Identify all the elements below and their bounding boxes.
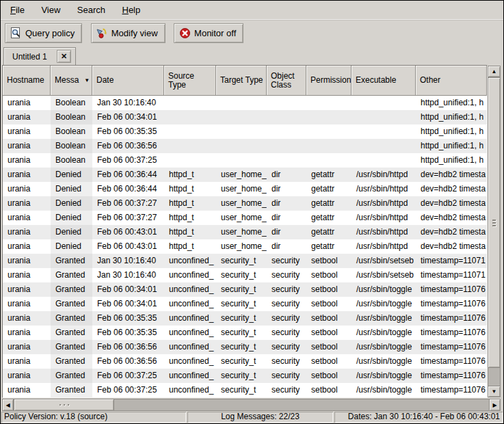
horizontal-scrollbar[interactable]: ◀ ▶ xyxy=(2,399,501,411)
table-cell: security_t xyxy=(216,297,267,311)
table-cell: Feb 06 00:37:25 xyxy=(92,153,164,168)
table-cell: Denied xyxy=(51,225,92,239)
thumb-grip-icon xyxy=(58,404,70,406)
table-cell: urania xyxy=(3,182,51,196)
table-cell: Denied xyxy=(51,211,92,225)
table-row[interactable]: uraniaDeniedFeb 06 00:43:01httpd_tuser_h… xyxy=(3,239,487,254)
policy-version-section: Policy Version: v.18 (source) xyxy=(1,412,186,423)
table-cell: Granted xyxy=(51,340,92,354)
table-cell xyxy=(164,110,216,124)
table-cell: httpd_t xyxy=(164,239,216,254)
scroll-up-button[interactable]: ▲ xyxy=(488,66,501,77)
table-cell: security_t xyxy=(216,354,267,369)
table-row[interactable]: uraniaDeniedFeb 06 00:36:44httpd_tuser_h… xyxy=(3,182,487,196)
tab-close-button[interactable]: ✕ xyxy=(57,50,71,63)
table-cell: Feb 06 00:34:01 xyxy=(92,110,164,124)
table-cell: httpd_t xyxy=(164,182,216,196)
monitor-off-button[interactable]: Monitor off xyxy=(174,23,243,43)
table-cell: /usr/sbin/httpd xyxy=(352,239,416,254)
table-cell: urania xyxy=(3,124,51,139)
table-row[interactable]: uraniaDeniedFeb 06 00:43:01httpd_tuser_h… xyxy=(3,225,487,239)
column-header-permission[interactable]: Permission xyxy=(306,66,352,96)
table-row[interactable]: uraniaBooleanFeb 06 00:37:25httpd_unifie… xyxy=(3,153,487,168)
table-cell: urania xyxy=(3,211,51,225)
table-row[interactable]: uraniaBooleanFeb 06 00:36:56httpd_unifie… xyxy=(3,139,487,153)
table-row[interactable]: uraniaGrantedFeb 06 00:36:56unconfined_s… xyxy=(3,354,487,369)
table-cell: httpd_t xyxy=(164,196,216,211)
table-cell: httpd_unified:1, h xyxy=(416,110,487,124)
column-header-hostname[interactable]: Hostname xyxy=(3,66,51,96)
table-cell: setbool xyxy=(306,297,352,311)
vertical-scrollbar[interactable]: ▲ ▼ xyxy=(488,66,501,397)
scroll-up-icon: ▲ xyxy=(492,68,497,75)
table-cell: Feb 06 00:43:01 xyxy=(92,239,164,254)
table-cell: timestamp=11076 xyxy=(416,282,487,297)
table-cell: Granted xyxy=(51,354,92,369)
column-header-target-type[interactable]: Target Type xyxy=(216,66,267,96)
table-cell: Feb 06 00:34:01 xyxy=(92,297,164,311)
table-row[interactable]: uraniaGrantedFeb 06 00:37:25unconfined_s… xyxy=(3,383,487,397)
table-row[interactable]: uraniaGrantedFeb 06 00:35:35unconfined_s… xyxy=(3,326,487,340)
query-policy-icon xyxy=(10,27,22,39)
table-cell: /usr/sbin/toggle xyxy=(352,297,416,311)
table-cell: setbool xyxy=(306,326,352,340)
query-policy-label: Query policy xyxy=(25,28,75,38)
table-cell: Granted xyxy=(51,268,92,282)
column-header-executable[interactable]: Executable xyxy=(352,66,416,96)
table-row[interactable]: uraniaDeniedFeb 06 00:37:27httpd_tuser_h… xyxy=(3,196,487,211)
scroll-right-button[interactable]: ▶ xyxy=(489,399,501,411)
table-cell: setbool xyxy=(306,311,352,326)
table-cell: getattr xyxy=(306,196,352,211)
sort-descending-icon: ▼ xyxy=(84,76,90,85)
column-header-date[interactable]: Date xyxy=(92,66,164,96)
table-cell xyxy=(216,96,267,110)
menu-help[interactable]: Help xyxy=(115,3,147,17)
table-cell: user_home_ xyxy=(216,182,267,196)
column-header-other[interactable]: Other xyxy=(416,66,487,96)
dates-text: Dates: Jan 30 10:16:40 - Feb 06 00:43:01 xyxy=(348,412,500,421)
menu-view[interactable]: View xyxy=(34,3,67,17)
table-cell: getattr xyxy=(306,168,352,182)
scroll-down-button[interactable]: ▼ xyxy=(488,386,501,397)
table-cell: httpd_t xyxy=(164,211,216,225)
table-row[interactable]: uraniaBooleanJan 30 10:16:40httpd_unifie… xyxy=(3,96,487,110)
table-cell: /usr/sbin/setseb xyxy=(352,268,416,282)
table-cell: setbool xyxy=(306,282,352,297)
tab-untitled-1[interactable]: Untitled 1 ✕ xyxy=(3,47,76,65)
table-cell: Jan 30 10:16:40 xyxy=(92,96,164,110)
modify-view-button[interactable]: Modify view xyxy=(91,23,165,43)
table-cell: dir xyxy=(267,225,306,239)
table-row[interactable]: uraniaGrantedFeb 06 00:37:25unconfined_s… xyxy=(3,369,487,383)
table-cell: dev=hdb2 timesta xyxy=(416,168,487,182)
table-cell: timestamp=11076 xyxy=(416,340,487,354)
table-row[interactable]: uraniaGrantedJan 30 10:16:40unconfined_s… xyxy=(3,254,487,268)
horizontal-scrollbar-thumb[interactable] xyxy=(14,399,114,411)
table-cell: security xyxy=(267,383,306,397)
table-row[interactable]: uraniaGrantedFeb 06 00:36:56unconfined_s… xyxy=(3,340,487,354)
column-header-source-type[interactable]: Source Type xyxy=(164,66,216,96)
table-cell: dev=hdb2 timesta xyxy=(416,239,487,254)
table-row[interactable]: uraniaDeniedFeb 06 00:36:44httpd_tuser_h… xyxy=(3,168,487,182)
table-row[interactable]: uraniaGrantedFeb 06 00:35:35unconfined_s… xyxy=(3,311,487,326)
toolbar: Query policy Modify view Monitor off xyxy=(1,21,503,47)
scroll-left-button[interactable]: ◀ xyxy=(2,399,14,411)
table-cell: Denied xyxy=(51,182,92,196)
menu-search[interactable]: Search xyxy=(70,3,112,17)
table-cell xyxy=(216,139,267,153)
table-cell xyxy=(352,110,416,124)
table-row[interactable]: uraniaBooleanFeb 06 00:35:35httpd_unifie… xyxy=(3,124,487,139)
table-row[interactable]: uraniaDeniedFeb 06 00:37:27httpd_tuser_h… xyxy=(3,211,487,225)
table-row[interactable]: uraniaGrantedFeb 06 00:34:01unconfined_s… xyxy=(3,282,487,297)
table-cell xyxy=(352,124,416,139)
table-cell: httpd_unified:1, h xyxy=(416,124,487,139)
column-header-object-class[interactable]: Object Class xyxy=(267,66,306,96)
column-header-messa[interactable]: Messa▼ xyxy=(51,66,92,96)
menu-file[interactable]: File xyxy=(3,3,31,17)
vertical-scrollbar-thumb[interactable] xyxy=(488,77,501,368)
table-row[interactable]: uraniaBooleanFeb 06 00:34:01httpd_unifie… xyxy=(3,110,487,124)
query-policy-button[interactable]: Query policy xyxy=(5,23,82,43)
table-cell: urania xyxy=(3,383,51,397)
table-row[interactable]: uraniaGrantedJan 30 10:16:40unconfined_s… xyxy=(3,268,487,282)
table-row[interactable]: uraniaGrantedFeb 06 00:34:01unconfined_s… xyxy=(3,297,487,311)
table-cell: Granted xyxy=(51,282,92,297)
